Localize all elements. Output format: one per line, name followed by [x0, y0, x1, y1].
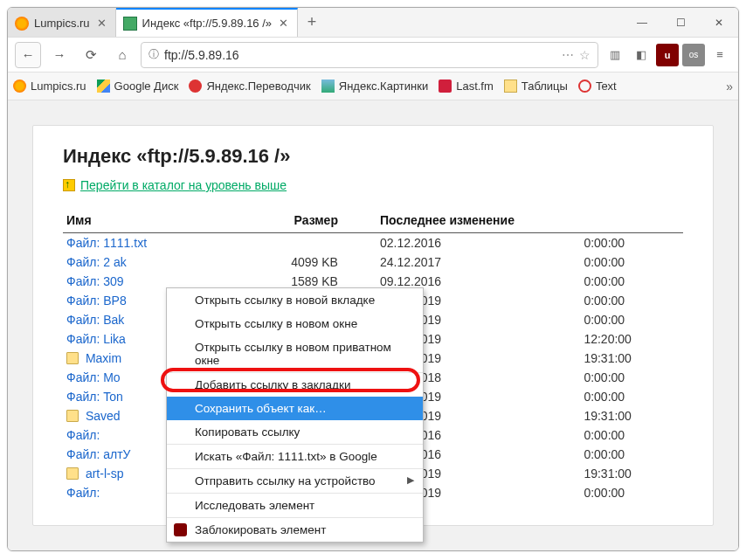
context-menu: Открыть ссылку в новой вкладке Открыть с…	[166, 287, 424, 543]
close-icon[interactable]: ✕	[700, 8, 738, 37]
col-size: Размер	[227, 208, 342, 233]
file-name-cell: Файл: 2 ak	[63, 252, 227, 272]
file-size-cell	[227, 233, 342, 253]
tab-label: Индекс «ftp://5.9.89.16 /»	[142, 17, 272, 30]
up-directory-link[interactable]: Перейти в каталог на уровень выше	[63, 178, 683, 192]
file-link[interactable]: Файл: 2 ak	[66, 255, 127, 269]
file-link[interactable]: art-l-sp	[82, 467, 123, 480]
ublock-icon[interactable]: u	[656, 44, 679, 66]
file-time-cell: 19:31:00	[580, 464, 683, 483]
file-link[interactable]: Файл:	[66, 486, 100, 500]
reload-button[interactable]: ⟳	[78, 42, 104, 68]
bookmark-text[interactable]: Text	[578, 80, 617, 93]
menu-open-private-window[interactable]: Открыть ссылку в новом приватном окне	[167, 335, 423, 373]
submenu-arrow-icon: ▶	[407, 474, 414, 486]
col-modified: Последнее изменение	[376, 208, 683, 233]
file-time-cell: 0:00:00	[580, 252, 683, 272]
menu-icon[interactable]: ≡	[708, 44, 731, 66]
menu-search-google[interactable]: Искать «Файл: 1111.txt» в Google	[167, 445, 423, 469]
forward-button[interactable]: →	[46, 42, 73, 68]
ublock-icon	[174, 523, 187, 536]
home-button[interactable]: ⌂	[109, 42, 135, 68]
file-date-cell: 02.12.2016	[376, 233, 580, 253]
back-button[interactable]: ←	[15, 42, 41, 68]
info-icon[interactable]: ⓘ	[149, 47, 159, 62]
file-link[interactable]: Файл: Ton	[66, 390, 123, 404]
folder-icon	[66, 467, 79, 480]
file-link[interactable]: Файл: Bak	[66, 313, 124, 327]
favicon-lumpics	[15, 17, 29, 31]
sidebar-icon[interactable]: ◧	[630, 44, 653, 66]
bookmark-lastfm[interactable]: Last.fm	[439, 80, 494, 93]
menu-open-new-tab[interactable]: Открыть ссылку в новой вкладке	[167, 288, 423, 312]
col-name: Имя	[63, 208, 227, 233]
file-link[interactable]: Файл: BP8	[66, 294, 127, 308]
page-title: Индекс «ftp://5.9.89.16 /»	[63, 145, 683, 168]
file-time-cell: 0:00:00	[580, 445, 683, 464]
file-time-cell: 12:20:00	[580, 329, 683, 349]
file-time-cell: 0:00:00	[580, 233, 683, 253]
file-link[interactable]: Файл: алтУ	[66, 447, 130, 461]
file-time-cell: 0:00:00	[580, 291, 683, 310]
table-row: Файл: 2 ak4099 KB24.12.20170:00:00	[63, 252, 683, 272]
file-link[interactable]: Файл: 1111.txt	[66, 236, 147, 250]
file-time-cell: 0:00:00	[580, 483, 683, 502]
file-link[interactable]: Saved	[82, 409, 121, 423]
url-bar[interactable]: ⓘ ⋯ ☆	[141, 42, 598, 68]
minimize-icon[interactable]: —	[623, 8, 661, 37]
bookmark-icon	[189, 80, 202, 93]
bookmark-icon	[97, 80, 110, 93]
page-actions-icon[interactable]: ⋯	[562, 48, 574, 62]
menu-send-to-device[interactable]: Отправить ссылку на устройство▶	[167, 469, 423, 494]
file-date-cell: 24.12.2017	[376, 252, 580, 272]
url-input[interactable]	[164, 48, 556, 62]
bookmark-star-icon[interactable]: ☆	[579, 48, 591, 62]
file-link[interactable]: Файл:	[66, 428, 100, 442]
file-time-cell: 19:31:00	[580, 349, 683, 368]
folder-icon	[66, 352, 79, 364]
folder-icon	[66, 410, 79, 422]
bookmark-icon	[13, 80, 26, 93]
menu-copy-link[interactable]: Копировать ссылку	[167, 420, 423, 445]
bookmark-lumpics[interactable]: Lumpics.ru	[13, 80, 86, 93]
file-time-cell: 0:00:00	[580, 368, 683, 387]
file-link[interactable]: Файл: 309	[66, 274, 124, 288]
new-tab-button[interactable]: +	[298, 8, 326, 37]
maximize-icon[interactable]: ☐	[661, 8, 700, 37]
bookmark-yandex-translate[interactable]: Яндекс.Переводчик	[189, 80, 310, 93]
bookmark-icon	[439, 80, 452, 93]
library-icon[interactable]: ▥	[604, 44, 626, 66]
file-time-cell: 0:00:00	[580, 387, 683, 406]
close-icon[interactable]: ✕	[95, 17, 108, 30]
navbar: ← → ⟳ ⌂ ⓘ ⋯ ☆ ▥ ◧ u os ≡	[8, 38, 738, 73]
bookmark-tables[interactable]: Таблицы	[504, 80, 568, 93]
favicon-ftp	[123, 17, 137, 31]
tab-lumpics[interactable]: Lumpics.ru ✕	[8, 8, 116, 37]
file-time-cell: 0:00:00	[580, 272, 683, 291]
menu-inspect-element[interactable]: Исследовать элемент	[167, 494, 423, 518]
bookmark-yandex-images[interactable]: Яндекс.Картинки	[321, 80, 428, 93]
bookmarks-overflow-icon[interactable]: »	[726, 80, 733, 93]
bookmark-google-drive[interactable]: Google Диск	[97, 80, 179, 93]
file-link[interactable]: Файл: Lika	[66, 332, 126, 346]
bookmark-icon	[321, 80, 335, 93]
tab-label: Lumpics.ru	[34, 17, 90, 30]
folder-icon	[504, 80, 517, 93]
menu-bookmark-link[interactable]: Добавить ссылку в закладки	[167, 373, 423, 397]
up-folder-icon	[63, 179, 75, 191]
menu-save-as[interactable]: Сохранить объект как…	[167, 397, 423, 420]
titlebar: Lumpics.ru ✕ Индекс «ftp://5.9.89.16 /» …	[8, 8, 738, 38]
close-icon[interactable]: ✕	[277, 17, 290, 30]
window-controls: — ☐ ✕	[623, 8, 738, 37]
extension-icon[interactable]: os	[682, 44, 705, 66]
file-link[interactable]: Maxim	[82, 351, 121, 365]
file-time-cell: 19:31:00	[580, 406, 683, 425]
file-size-cell: 4099 KB	[227, 252, 342, 272]
bookmark-icon	[578, 80, 591, 93]
menu-block-element[interactable]: Заблокировать элемент	[167, 518, 423, 542]
menu-open-new-window[interactable]: Открыть ссылку в новом окне	[167, 312, 423, 335]
tab-ftp-index[interactable]: Индекс «ftp://5.9.89.16 /» ✕	[116, 8, 298, 37]
table-row: Файл: 1111.txt02.12.20160:00:00	[63, 233, 683, 253]
toolbar-icons: ▥ ◧ u os ≡	[604, 44, 731, 66]
file-link[interactable]: Файл: Mo	[66, 370, 121, 384]
